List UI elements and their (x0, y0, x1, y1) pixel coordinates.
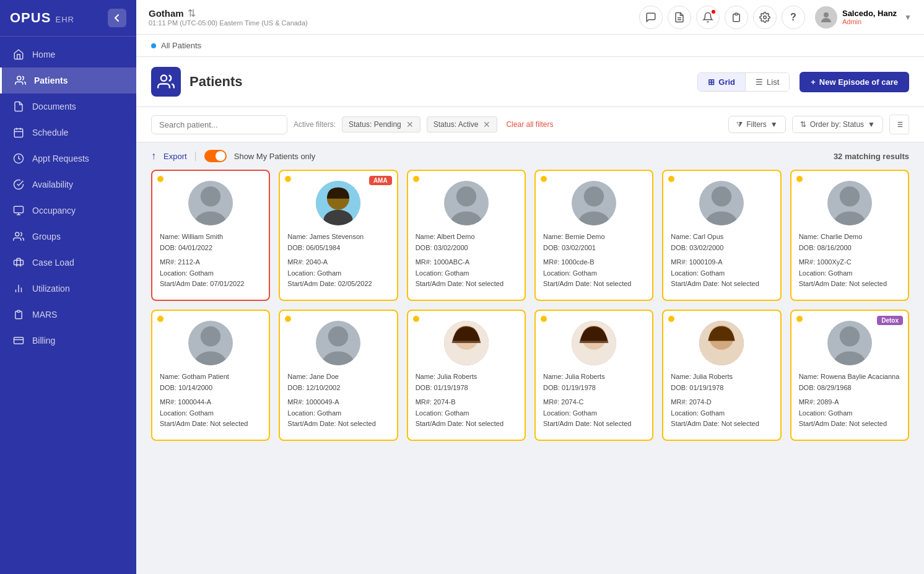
patient-info: Name: Rowena Baylie Acacianna DOB: 08/29… (799, 372, 900, 430)
patient-card[interactable]: Detox Name: Rowena Baylie Acacianna DOB:… (790, 310, 909, 441)
patient-card[interactable]: Name: Jane Doe DOB: 12/10/2002 MR#: 1000… (279, 310, 398, 441)
patient-info: Name: Gotham Patient DOB: 10/14/2000 MR#… (160, 372, 261, 430)
sidebar-item-schedule[interactable]: Schedule (0, 120, 136, 146)
logo: OPUS EHR (10, 10, 74, 26)
patient-dob: DOB: 03/02/2001 (543, 243, 645, 254)
order-button[interactable]: ⇅ Order by: Status ▼ (792, 116, 883, 133)
export-icon: ↑ (151, 150, 156, 162)
patient-name: Name: William Smith (160, 232, 261, 243)
new-episode-button[interactable]: + New Episode of care (800, 72, 909, 92)
patient-info: Name: Albert Demo DOB: 03/02/2000 MR#: 1… (416, 232, 517, 290)
patient-card[interactable]: Name: Gotham Patient DOB: 10/14/2000 MR#… (151, 310, 270, 441)
patient-card[interactable]: AMA Name: James Stevenson DOB: 06/05/198… (279, 170, 398, 301)
svg-point-21 (161, 76, 167, 81)
search-input[interactable] (151, 115, 287, 134)
clipboard-button[interactable] (725, 6, 748, 29)
patient-start-date: Start/Adm Date: Not selected (543, 419, 645, 430)
svg-point-28 (201, 186, 220, 206)
location-name: Gotham (149, 8, 184, 19)
patient-card[interactable]: Name: Albert Demo DOB: 03/02/2000 MR#: 1… (407, 170, 526, 301)
filter-tag-active: Status: Active ✕ (427, 116, 498, 133)
breadcrumb: All Patients (161, 41, 201, 50)
chat-button[interactable] (639, 6, 663, 29)
patient-avatar (699, 181, 744, 225)
patient-card[interactable]: Name: Charlie Demo DOB: 08/16/2000 MR#: … (790, 170, 909, 301)
results-count: 32 matching results (834, 152, 909, 161)
filter-tag-pending-label: Status: Pending (349, 120, 401, 129)
patient-card[interactable]: Name: Julia Roberts DOB: 01/19/1978 MR#:… (407, 310, 526, 441)
sidebar-item-patients[interactable]: Patients (0, 67, 136, 93)
patient-avatar (572, 321, 616, 365)
patient-info: Name: Jane Doe DOB: 12/10/2002 MR#: 1000… (287, 372, 389, 430)
patient-avatar (444, 321, 489, 365)
patient-start-date: Start/Adm Date: Not selected (671, 279, 772, 290)
patient-location: Location: Gotham (287, 268, 389, 279)
help-button[interactable]: ? (782, 6, 805, 29)
list-view-button[interactable]: ☰ List (746, 73, 789, 91)
sidebar-item-home[interactable]: Home (0, 41, 136, 67)
patient-mr: MR#: 1000XyZ-C (799, 257, 900, 268)
sidebar-item-availability[interactable]: Availability (0, 172, 136, 198)
documents-icon (12, 100, 25, 113)
svg-point-42 (195, 351, 226, 365)
caseload-icon (12, 256, 25, 269)
sidebar-item-availability-label: Availability (32, 180, 73, 189)
patient-mr: MR#: 2089-A (799, 397, 900, 408)
patient-card[interactable]: Name: Julia Roberts DOB: 01/19/1978 MR#:… (662, 310, 781, 441)
patient-card[interactable]: Name: Julia Roberts DOB: 01/19/1978 MR#:… (534, 310, 653, 441)
svg-rect-18 (735, 13, 738, 15)
patients-page-icon (151, 67, 181, 97)
svg-rect-6 (14, 206, 24, 213)
sidebar-item-documents[interactable]: Documents (0, 93, 136, 120)
patient-mr: MR#: 2040-A (287, 257, 389, 268)
sidebar-item-case-load-label: Case Load (32, 258, 74, 267)
sidebar-item-groups-label: Groups (32, 232, 61, 241)
clear-all-filters[interactable]: Clear all filters (506, 120, 553, 129)
notes-button[interactable] (668, 6, 691, 29)
show-my-patients-toggle[interactable] (204, 150, 227, 162)
settings-button[interactable] (753, 6, 777, 29)
filter-tag-active-close[interactable]: ✕ (483, 120, 490, 129)
filter-bar: Active filters: Status: Pending ✕ Status… (136, 107, 924, 142)
avatar (815, 6, 837, 28)
sidebar-item-appt-requests[interactable]: Appt Requests (0, 146, 136, 172)
main-content: Gotham ⇅ 01:11 PM (UTC-05:00) Eastern Ti… (136, 0, 924, 574)
sidebar-item-appt-label: Appt Requests (32, 154, 89, 163)
card-status-dot (157, 176, 163, 182)
svg-point-52 (834, 351, 865, 365)
patient-name: Name: Bernie Demo (543, 232, 645, 243)
patient-name: Name: James Stevenson (287, 232, 389, 243)
sidebar-item-occupancy[interactable]: Occupancy (0, 198, 136, 224)
grid-view-button[interactable]: ⊞ Grid (698, 73, 745, 91)
patient-mr: MR#: 2074-C (543, 397, 645, 408)
svg-point-19 (764, 15, 767, 19)
availability-icon (12, 178, 25, 191)
filter-icon: ⧩ (736, 120, 743, 129)
export-bar: ↑ Export | Show My Patients only 32 matc… (136, 142, 924, 170)
patient-avatar (572, 181, 616, 225)
patient-location: Location: Gotham (416, 408, 517, 419)
export-link[interactable]: Export (163, 152, 187, 161)
sidebar-item-groups[interactable]: Groups (0, 224, 136, 250)
sidebar-item-billing[interactable]: Billing (0, 328, 136, 354)
patient-info: Name: Julia Roberts DOB: 01/19/1978 MR#:… (543, 372, 645, 430)
user-menu[interactable]: Salcedo, Hanz Admin ▼ (815, 6, 912, 28)
filters-button[interactable]: ⧩ Filters ▼ (728, 116, 786, 133)
patient-card[interactable]: Name: Carl Opus DOB: 03/02/2000 MR#: 100… (662, 170, 781, 301)
notifications-button[interactable] (696, 6, 720, 29)
patient-dob: DOB: 01/19/1978 (543, 383, 645, 394)
sidebar-navigation: Home Patients Documents Schedule Appt Re… (0, 37, 136, 574)
patient-card[interactable]: Name: Bernie Demo DOB: 03/02/2001 MR#: 1… (534, 170, 653, 301)
sidebar-item-mars[interactable]: MARS (0, 302, 136, 328)
sidebar-item-utilization[interactable]: Utilization (0, 276, 136, 302)
patient-location: Location: Gotham (799, 268, 900, 279)
sort-button[interactable] (889, 115, 909, 134)
patient-name: Name: Rowena Baylie Acacianna (799, 372, 900, 383)
filter-tag-pending-close[interactable]: ✕ (406, 120, 414, 129)
sidebar-item-case-load[interactable]: Case Load (0, 250, 136, 276)
location-dropdown-icon[interactable]: ⇅ (188, 7, 196, 19)
patient-card[interactable]: Name: William Smith DOB: 04/01/2022 MR#:… (151, 170, 270, 301)
patient-name: Name: Jane Doe (287, 372, 389, 383)
patient-start-date: Start/Adm Date: Not selected (799, 419, 900, 430)
back-button[interactable] (108, 9, 126, 27)
